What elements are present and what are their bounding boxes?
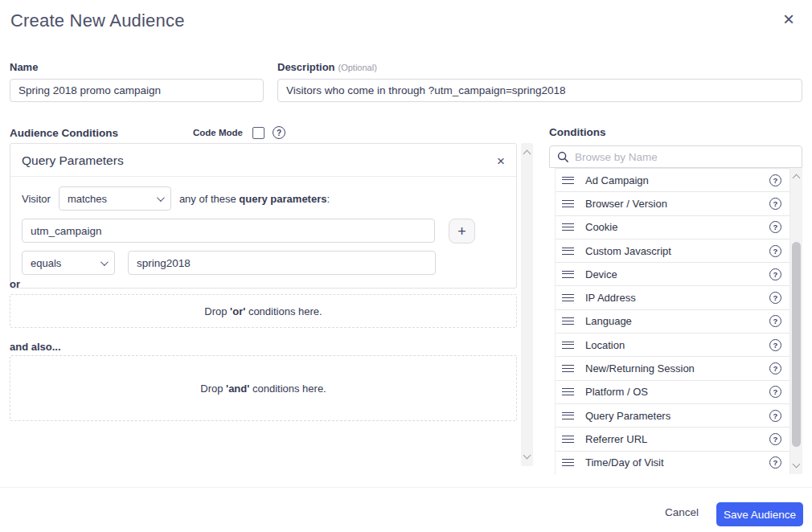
close-icon[interactable]: ×	[783, 10, 794, 29]
drag-handle-icon[interactable]	[562, 342, 574, 349]
condition-help-icon[interactable]: ?	[769, 410, 781, 422]
condition-list-item[interactable]: Time/Day of Visit ?	[556, 451, 789, 474]
builder-scrollbar[interactable]	[521, 143, 533, 466]
scroll-down-icon[interactable]	[793, 460, 801, 469]
condition-list-item[interactable]: Device ?	[556, 262, 789, 285]
condition-name: IP Address	[585, 292, 769, 304]
conditions-list: Ad Campaign ? Browser / Version ? Cookie…	[555, 168, 790, 474]
name-label: Name	[10, 61, 38, 73]
query-param-value-input[interactable]	[128, 251, 436, 275]
condition-help-icon[interactable]: ?	[769, 433, 781, 445]
drag-handle-icon[interactable]	[562, 177, 574, 184]
condition-name: Location	[585, 339, 769, 351]
operator-select[interactable]: equals	[22, 251, 115, 275]
add-parameter-button[interactable]: +	[449, 219, 475, 243]
query-parameters-card-title: Query Parameters	[22, 153, 124, 168]
and-group-label: and also...	[10, 341, 61, 353]
and-drop-zone[interactable]: Drop 'and' conditions here.	[10, 355, 517, 421]
drag-handle-icon[interactable]	[562, 412, 574, 419]
cancel-button[interactable]: Cancel	[665, 506, 699, 518]
condition-name: New/Returning Session	[585, 362, 769, 374]
save-audience-button[interactable]: Save Audience	[716, 502, 803, 526]
conditions-search	[549, 145, 802, 168]
match-type-select[interactable]: matches	[59, 186, 171, 211]
clause-text: any of these query parameters:	[179, 193, 330, 205]
condition-list-item[interactable]: Language ?	[556, 309, 789, 333]
condition-help-icon[interactable]: ?	[769, 362, 781, 374]
condition-help-icon[interactable]: ?	[769, 339, 781, 351]
description-input[interactable]	[277, 79, 802, 102]
drag-handle-icon[interactable]	[562, 388, 574, 395]
condition-help-icon[interactable]: ?	[769, 221, 781, 233]
condition-name: Device	[585, 268, 769, 280]
code-mode-help-icon[interactable]: ?	[273, 126, 285, 139]
condition-help-icon[interactable]: ?	[769, 315, 781, 327]
conditions-scrollbar[interactable]	[790, 168, 802, 474]
query-parameters-card-header: Query Parameters ×	[10, 144, 516, 177]
drag-handle-icon[interactable]	[562, 459, 574, 466]
footer-divider	[0, 487, 812, 488]
code-mode-checkbox[interactable]	[252, 127, 265, 139]
search-icon	[557, 151, 569, 163]
condition-builder-panel: Query Parameters × Visitor matches any o…	[10, 143, 532, 466]
condition-list-item[interactable]: Ad Campaign ?	[556, 168, 789, 191]
drag-handle-icon[interactable]	[562, 271, 574, 278]
condition-help-icon[interactable]: ?	[769, 268, 781, 280]
search-input[interactable]	[575, 151, 794, 163]
condition-list-item[interactable]: Location ?	[556, 333, 789, 356]
condition-help-icon[interactable]: ?	[769, 456, 781, 469]
name-field-group: Name	[10, 61, 264, 102]
condition-list-item[interactable]: Cookie ?	[556, 215, 789, 239]
condition-help-icon[interactable]: ?	[769, 386, 781, 398]
condition-list-item[interactable]: Custom Javascript ?	[556, 239, 789, 262]
condition-name: Platform / OS	[585, 386, 769, 398]
drag-handle-icon[interactable]	[562, 294, 574, 301]
condition-help-icon[interactable]: ?	[769, 245, 781, 257]
chevron-down-icon	[100, 258, 109, 266]
condition-name: Query Parameters	[585, 410, 769, 422]
condition-help-icon[interactable]: ?	[769, 198, 781, 210]
query-parameters-card: Query Parameters × Visitor matches any o…	[10, 143, 517, 289]
condition-name: Ad Campaign	[585, 174, 769, 186]
drag-handle-icon[interactable]	[562, 365, 574, 372]
description-field-group: Description (Optional)	[277, 61, 802, 102]
conditions-panel-title: Conditions	[549, 126, 606, 138]
condition-name: Language	[585, 315, 769, 327]
query-parameters-card-body: Visitor matches any of these query param…	[10, 177, 516, 288]
condition-list-item[interactable]: New/Returning Session ?	[556, 356, 789, 379]
drag-handle-icon[interactable]	[562, 248, 574, 255]
drag-handle-icon[interactable]	[562, 200, 574, 207]
condition-help-icon[interactable]: ?	[769, 174, 781, 186]
scroll-up-icon[interactable]	[523, 150, 531, 158]
conditions-list-container: Ad Campaign ? Browser / Version ? Cookie…	[555, 168, 802, 474]
condition-help-icon[interactable]: ?	[769, 292, 781, 304]
remove-condition-icon[interactable]: ×	[497, 154, 505, 168]
drag-handle-icon[interactable]	[562, 223, 574, 231]
condition-name: Cookie	[585, 221, 769, 233]
or-group-label: or	[10, 278, 20, 290]
condition-list-item[interactable]: Referrer URL ?	[556, 427, 789, 450]
condition-list-item[interactable]: Query Parameters ?	[556, 403, 789, 427]
drag-handle-icon[interactable]	[562, 317, 574, 325]
condition-list-item[interactable]: Platform / OS ?	[556, 380, 789, 403]
audience-conditions-label: Audience Conditions	[10, 127, 118, 139]
match-type-value: matches	[68, 193, 107, 205]
description-optional-label: (Optional)	[338, 63, 377, 72]
condition-list-item[interactable]: Browser / Version ?	[556, 191, 789, 215]
drag-handle-icon[interactable]	[562, 436, 574, 443]
query-param-name-input[interactable]	[22, 219, 435, 243]
operator-value: equals	[31, 257, 61, 269]
condition-name: Referrer URL	[585, 433, 769, 445]
condition-name: Custom Javascript	[585, 245, 769, 257]
condition-name: Time/Day of Visit	[585, 456, 769, 469]
scrollbar-thumb[interactable]	[792, 242, 801, 447]
scroll-up-icon[interactable]	[793, 174, 801, 182]
scroll-down-icon[interactable]	[523, 452, 531, 460]
description-label: Description	[277, 61, 335, 73]
condition-list-item[interactable]: IP Address ?	[556, 285, 789, 309]
or-drop-zone[interactable]: Drop 'or' conditions here.	[10, 294, 517, 328]
name-input[interactable]	[10, 79, 264, 102]
visitor-label: Visitor	[22, 193, 51, 205]
page-title: Create New Audience	[10, 10, 185, 31]
condition-name: Browser / Version	[585, 198, 769, 210]
